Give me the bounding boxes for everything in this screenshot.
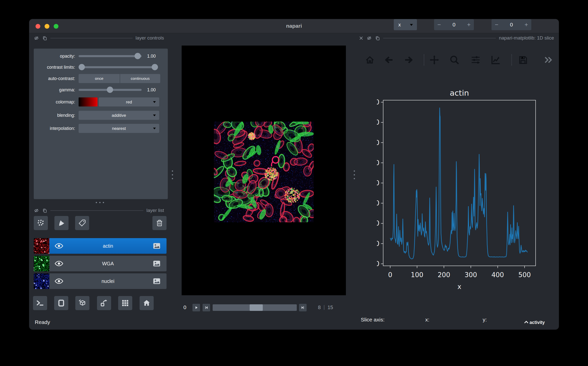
slice-axis-value: x: [398, 22, 401, 28]
dimension-slider-track[interactable]: [213, 304, 297, 311]
skip-to-end-button[interactable]: [299, 304, 307, 311]
total-steps: 15: [328, 305, 333, 310]
hide-panel-icon[interactable]: [34, 208, 39, 213]
mpl-pan-button[interactable]: [428, 54, 440, 66]
y-increment-button[interactable]: +: [521, 21, 531, 28]
x-tick-label: 0: [388, 271, 392, 279]
console-button[interactable]: [33, 296, 47, 310]
mpl-customize-button[interactable]: [489, 54, 501, 66]
y-tick-label: 2500: [377, 159, 379, 167]
plot-panel-title: napari-matplotlib: 1D slice: [499, 35, 554, 41]
mpl-back-button[interactable]: [383, 54, 395, 66]
title-bar: napari: [29, 19, 559, 33]
interpolation-dropdown[interactable]: nearest: [79, 124, 159, 133]
hide-panel-icon[interactable]: [367, 35, 372, 41]
mpl-home-button[interactable]: [364, 54, 376, 66]
layer-visibility-eye-icon[interactable]: [54, 259, 63, 268]
contrast-limits-slider[interactable]: [79, 63, 158, 72]
slice-axis-label: Slice axis:: [361, 317, 385, 323]
float-panel-icon[interactable]: [42, 208, 47, 213]
mpl-forward-button[interactable]: [403, 54, 415, 66]
contrast-low-handle[interactable]: [79, 64, 85, 70]
plot-panel-header: napari-matplotlib: 1D slice: [359, 35, 554, 41]
roll-dimensions-button[interactable]: [97, 296, 111, 310]
opacity-slider-handle[interactable]: [135, 53, 141, 59]
layer-controls-header: layer controls: [34, 35, 164, 41]
y-spinbox[interactable]: − 0 +: [492, 19, 531, 30]
opacity-slider[interactable]: [79, 52, 142, 61]
x-decrement-button[interactable]: −: [434, 21, 444, 28]
gamma-value: 1.00: [147, 87, 156, 93]
layer-visibility-eye-icon[interactable]: [54, 241, 63, 250]
close-icon[interactable]: [359, 36, 364, 41]
colormap-dropdown[interactable]: red: [99, 97, 159, 106]
layer-list-header: layer list: [34, 208, 164, 213]
hide-panel-icon[interactable]: [34, 35, 39, 41]
panel-splitter-handle[interactable]: [96, 202, 104, 203]
y-tick-label: 3500: [377, 119, 379, 126]
layer-controls-title: layer controls: [136, 35, 164, 41]
x-increment-button[interactable]: +: [464, 21, 474, 28]
y-spin-value[interactable]: 0: [510, 22, 513, 28]
blending-dropdown[interactable]: additive: [79, 111, 159, 120]
play-button[interactable]: [192, 304, 200, 311]
left-dock-splitter-handle[interactable]: [172, 170, 173, 179]
layer-row-nuclei[interactable]: nuclei: [34, 273, 167, 289]
y-tick-label: 3000: [377, 139, 379, 147]
y-tick-label: 500: [377, 240, 379, 247]
skip-to-start-button[interactable]: [203, 304, 210, 311]
ndisplay-2d-button[interactable]: [54, 296, 68, 310]
ndisplay-3d-button[interactable]: [75, 296, 89, 310]
slice-axis-dropdown[interactable]: x: [394, 19, 417, 30]
status-text: Ready: [35, 319, 50, 325]
mpl-zoom-button[interactable]: [448, 54, 461, 66]
contrast-high-handle[interactable]: [152, 64, 158, 70]
y-decrement-button[interactable]: −: [492, 21, 502, 28]
dimension-slider-handle[interactable]: [250, 304, 263, 311]
layer-visibility-eye-icon[interactable]: [54, 277, 63, 286]
slice-plot[interactable]: actin05001000150020002500300035004000010…: [377, 87, 559, 294]
auto-contrast-once-button[interactable]: once: [79, 74, 120, 83]
x-axis-label: x: [458, 283, 461, 290]
x-spinbox[interactable]: − 0 +: [434, 19, 474, 30]
layer-thumbnail: [34, 238, 49, 254]
grid-view-button[interactable]: [118, 296, 132, 310]
blending-value: additive: [112, 113, 126, 118]
new-shapes-layer-button[interactable]: [54, 216, 69, 230]
auto-contrast-continuous-button[interactable]: continuous: [120, 74, 160, 83]
y-tick-label: 1000: [377, 219, 379, 227]
right-dock-splitter-handle[interactable]: [354, 170, 355, 179]
square-2d-icon: [57, 299, 66, 307]
layer-row-wga[interactable]: WGA: [34, 256, 167, 271]
profile-line: [390, 108, 528, 259]
gamma-slider-handle[interactable]: [107, 87, 113, 93]
delete-layer-button[interactable]: [152, 216, 167, 230]
image-layer-icon: [152, 277, 161, 285]
home-icon: [365, 55, 375, 65]
float-panel-icon[interactable]: [375, 35, 380, 41]
new-labels-layer-button[interactable]: [75, 216, 89, 230]
viewer-canvas[interactable]: [182, 46, 346, 295]
toolbar-overflow-button[interactable]: [544, 55, 553, 64]
mpl-save-button[interactable]: [517, 54, 529, 66]
gamma-slider[interactable]: [79, 85, 142, 94]
pan-arrows-icon: [429, 55, 440, 65]
napari-window: napari layer controls opacity: 1.00 cont…: [29, 19, 559, 330]
float-panel-icon[interactable]: [42, 35, 47, 41]
current-step: 8: [318, 305, 321, 310]
chevron-down-icon: [409, 23, 414, 27]
mpl-subplots-button[interactable]: [470, 54, 482, 66]
opacity-slider-track[interactable]: [79, 55, 142, 57]
layer-row-actin[interactable]: actin: [34, 238, 167, 254]
profile-chart-svg: actin05001000150020002500300035004000010…: [377, 87, 559, 294]
x-tick-label: 400: [492, 271, 504, 279]
x-spin-value[interactable]: 0: [452, 22, 455, 28]
new-points-layer-button[interactable]: [34, 216, 48, 230]
activity-button[interactable]: activity: [524, 320, 545, 325]
chevron-down-icon: [152, 100, 157, 104]
trash-icon: [155, 219, 164, 227]
layer-controls-panel: opacity: 1.00 contrast limits: auto-cont…: [34, 49, 168, 199]
reset-view-button[interactable]: [140, 296, 154, 310]
contrast-slider-track[interactable]: [79, 66, 158, 68]
arrow-left-icon: [384, 55, 394, 65]
